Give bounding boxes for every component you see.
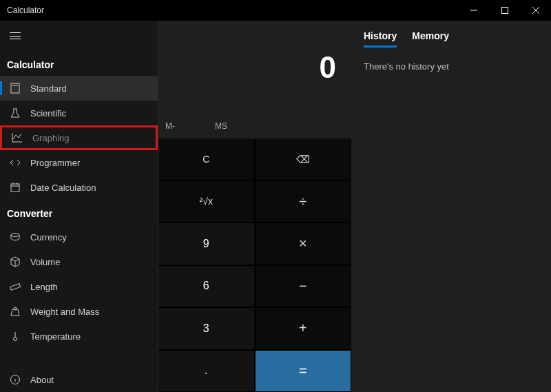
sidebar-item-label: Scientific	[30, 108, 66, 118]
key-sqrt[interactable]: ²√x	[158, 181, 254, 223]
sidebar-item-about[interactable]: About	[0, 367, 158, 392]
sidebar-item-graphing[interactable]: Graphing	[0, 125, 158, 150]
sidebar-item-length[interactable]: Length	[0, 274, 158, 299]
sidebar-item-label: Temperature	[30, 331, 81, 342]
sidebar: Calculator Standard Scientific Graphing …	[0, 21, 158, 392]
app-title: Calculator	[7, 6, 44, 15]
key-clear[interactable]: C	[158, 138, 254, 180]
titlebar: Calculator	[0, 0, 551, 21]
thermometer-icon	[8, 331, 22, 342]
sidebar-item-label: Date Calculation	[30, 183, 96, 193]
key-3[interactable]: 3	[158, 308, 254, 349]
svg-rect-15	[10, 284, 21, 290]
history-empty-text: There's no history yet	[364, 61, 539, 72]
mem-minus-button[interactable]: M-	[165, 121, 175, 131]
sidebar-item-label: Programmer	[30, 158, 80, 168]
maximize-button[interactable]	[489, 0, 520, 21]
sidebar-item-scientific[interactable]: Scientific	[0, 101, 158, 125]
key-dot[interactable]: .	[158, 351, 254, 392]
key-subtract[interactable]: −	[256, 266, 351, 307]
minimize-button[interactable]	[458, 0, 489, 21]
info-icon	[8, 374, 22, 385]
mem-store-button[interactable]: MS	[215, 121, 227, 131]
sidebar-item-label: About	[30, 375, 54, 385]
calculator-icon	[8, 83, 22, 94]
memory-row: M- MS	[158, 114, 351, 138]
sidebar-item-label: Weight and Mass	[30, 307, 99, 317]
tab-memory[interactable]: Memory	[412, 30, 449, 48]
key-equals[interactable]: =	[256, 351, 351, 392]
tab-history[interactable]: History	[364, 30, 397, 48]
ruler-icon	[8, 281, 22, 292]
svg-rect-1	[501, 8, 508, 14]
svg-point-17	[14, 338, 17, 341]
sidebar-item-temperature[interactable]: Temperature	[0, 324, 158, 349]
hamburger-icon	[10, 32, 21, 39]
keypad: C ⌫ ²√x ÷ 9 × 6 − 3 + . =	[158, 138, 351, 392]
weight-icon	[8, 306, 22, 317]
sidebar-item-volume[interactable]: Volume	[0, 249, 158, 274]
sidebar-head-converter: Converter	[0, 200, 158, 225]
sidebar-item-label: Graphing	[32, 133, 69, 143]
cube-icon	[8, 256, 22, 267]
sidebar-item-standard[interactable]: Standard	[0, 76, 158, 101]
graph-icon	[10, 132, 24, 143]
history-panel: History Memory There's no history yet	[351, 21, 551, 392]
code-icon	[8, 157, 22, 168]
sidebar-head-calculator: Calculator	[0, 51, 158, 76]
sidebar-item-label: Volume	[30, 257, 60, 267]
key-6[interactable]: 6	[158, 266, 254, 307]
svg-rect-10	[11, 184, 19, 192]
calendar-icon	[8, 182, 22, 193]
calculator-panel: 0 M- MS C ⌫ ²√x ÷ 9 × 6 − 3 + . =	[158, 21, 351, 392]
svg-point-14	[11, 234, 19, 237]
key-divide[interactable]: ÷	[256, 181, 351, 223]
sidebar-item-currency[interactable]: Currency	[0, 225, 158, 249]
currency-icon	[8, 231, 22, 243]
key-backspace[interactable]: ⌫	[256, 138, 351, 180]
close-button[interactable]	[520, 0, 551, 21]
sidebar-item-label: Currency	[30, 232, 67, 243]
sidebar-item-label: Standard	[30, 83, 67, 94]
key-add[interactable]: +	[256, 308, 351, 349]
key-multiply[interactable]: ×	[256, 223, 351, 265]
sidebar-item-datecalc[interactable]: Date Calculation	[0, 175, 158, 200]
display: 0	[158, 21, 351, 114]
sidebar-item-label: Length	[30, 282, 58, 292]
flask-icon	[8, 107, 22, 118]
svg-rect-4	[11, 83, 19, 93]
sidebar-item-weight[interactable]: Weight and Mass	[0, 299, 158, 324]
sidebar-item-programmer[interactable]: Programmer	[0, 150, 158, 175]
key-9[interactable]: 9	[158, 223, 254, 265]
hamburger-button[interactable]	[0, 21, 30, 51]
